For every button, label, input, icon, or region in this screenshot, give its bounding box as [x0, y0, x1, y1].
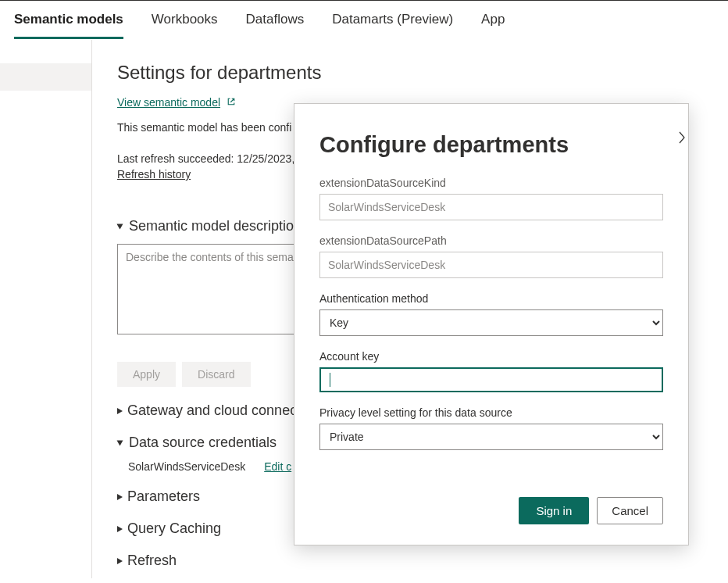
apply-button[interactable]: Apply: [117, 362, 176, 387]
text-cursor: [330, 373, 330, 387]
account-key-input[interactable]: [319, 367, 663, 392]
section-query-caching-label: Query Caching: [127, 520, 221, 537]
dialog-title: Configure departments: [319, 132, 663, 158]
workspace-tabs: Semantic models Workbooks Dataflows Data…: [0, 1, 728, 40]
chevron-down-icon: [117, 224, 123, 229]
tab-semantic-models[interactable]: Semantic models: [14, 12, 123, 39]
section-refresh-label: Refresh: [127, 553, 177, 569]
ext-path-label: extensionDataSourcePath: [319, 234, 663, 247]
auth-method-select[interactable]: Key: [319, 309, 663, 336]
privacy-level-select[interactable]: Private: [319, 424, 663, 450]
account-key-label: Account key: [319, 350, 663, 363]
left-sidebar-item[interactable]: [0, 63, 92, 91]
view-semantic-model-link[interactable]: View semantic model: [117, 96, 220, 109]
external-link-icon: [227, 96, 236, 109]
chevron-right-icon: [117, 408, 123, 414]
section-description-label: Semantic model descriptio: [129, 218, 294, 234]
privacy-level-label: Privacy level setting for this data sour…: [319, 406, 663, 419]
ext-path-input[interactable]: [319, 252, 663, 278]
tab-workbooks[interactable]: Workbooks: [152, 12, 218, 39]
section-gateway-label: Gateway and cloud connec: [127, 402, 297, 419]
discard-button[interactable]: Discard: [182, 362, 250, 387]
configure-credentials-dialog: Configure departments extensionDataSourc…: [294, 103, 689, 545]
chevron-right-icon: [117, 558, 123, 564]
tab-app[interactable]: App: [481, 12, 505, 39]
sign-in-button[interactable]: Sign in: [519, 497, 589, 524]
tab-datamarts[interactable]: Datamarts (Preview): [332, 12, 453, 39]
edit-credentials-link[interactable]: Edit c: [264, 460, 291, 473]
ext-kind-label: extensionDataSourceKind: [319, 177, 663, 189]
chevron-right-icon: [117, 494, 123, 500]
ext-kind-input[interactable]: [319, 194, 663, 220]
section-credentials-label: Data source credentials: [129, 435, 277, 451]
datasource-name: SolarWindsServiceDesk: [128, 460, 245, 473]
page-title: Settings for departments: [117, 62, 728, 84]
tab-dataflows[interactable]: Dataflows: [246, 12, 305, 39]
cancel-button[interactable]: Cancel: [597, 497, 663, 524]
section-refresh-header[interactable]: Refresh: [117, 553, 728, 569]
refresh-history-link[interactable]: Refresh history: [117, 168, 191, 181]
close-icon[interactable]: [673, 129, 691, 149]
section-parameters-label: Parameters: [127, 488, 200, 505]
chevron-right-icon: [117, 526, 123, 532]
chevron-down-icon: [117, 440, 123, 445]
auth-method-label: Authentication method: [319, 292, 663, 305]
